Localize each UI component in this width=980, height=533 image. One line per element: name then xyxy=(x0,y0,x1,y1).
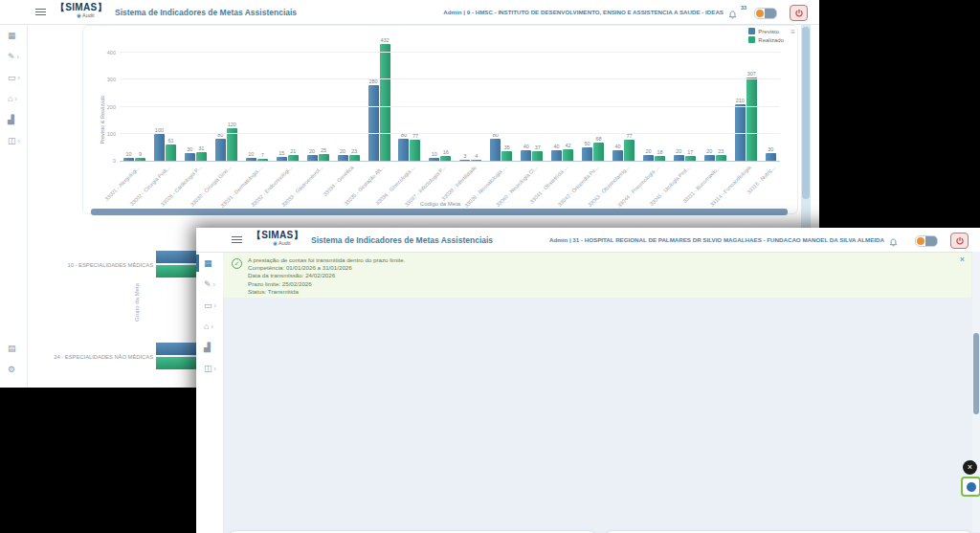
bar-value-label: 16 xyxy=(443,149,449,155)
theme-toggle[interactable] xyxy=(754,8,777,19)
bar-value-label: 20 xyxy=(309,148,315,154)
bell-icon[interactable] xyxy=(728,7,737,24)
bar-previsto[interactable]: 100 xyxy=(154,134,165,161)
metas-chart-legend: PrevistoRealizado xyxy=(748,28,784,45)
legend-swatch xyxy=(748,36,755,43)
bar-previsto[interactable]: 50 xyxy=(582,147,592,161)
metas-bars: 10933001 - Alergologi...1006133002 - Cir… xyxy=(123,39,776,161)
bar-pair: 407733043 - Otorrinolaring... xyxy=(612,39,635,161)
banner-line: Prazo limite: 25/02/2026 xyxy=(248,280,405,288)
dashboard-icon: ▦ xyxy=(204,259,212,268)
gridline xyxy=(120,52,780,53)
legend-item[interactable]: Previsto xyxy=(748,28,784,34)
bar-value-label: 25 xyxy=(321,147,326,153)
banner-line: Data da transmissão: 24/02/2026 xyxy=(248,272,405,279)
sidebar-item-institution[interactable]: ⌂› xyxy=(196,316,223,337)
sidebar-item-dashboard[interactable]: ▦ xyxy=(196,253,223,274)
simas-logo: 【SIMAS】 ◉ Audit xyxy=(252,231,303,247)
sidebar-item-charts[interactable]: ▟ xyxy=(0,109,27,130)
chevron-right-icon: › xyxy=(18,138,20,144)
bar-pair: 1006133002 - Cirurgia Pedi... xyxy=(154,39,176,161)
chevron-right-icon: › xyxy=(17,54,19,60)
bar-value-label: 42 xyxy=(566,143,571,148)
bar-pair: 21030733114 - Fonoaudiologia xyxy=(735,39,757,161)
toggle-knob xyxy=(917,237,924,245)
back-sidebar: ▦✎›▭›⌂›▟◫›▤⚙ xyxy=(0,25,28,388)
bar-value-label: 61 xyxy=(167,138,173,144)
sidebar-item-charts[interactable]: ▟ xyxy=(196,337,223,358)
hamburger-menu-icon[interactable] xyxy=(35,9,46,16)
legend-item[interactable]: Realizado xyxy=(748,36,784,43)
bell-icon[interactable] xyxy=(889,234,898,252)
bar-value-label: 20 xyxy=(645,148,651,154)
chart-context-menu-icon[interactable]: ≡ xyxy=(791,28,795,36)
notification-badge: 33 xyxy=(741,5,746,11)
theme-toggle[interactable] xyxy=(915,235,938,247)
scrollbar-thumb[interactable] xyxy=(973,333,979,414)
bar-value-label: 37 xyxy=(535,144,541,150)
bar-value-label: 120 xyxy=(228,122,236,127)
bar-realizado[interactable]: 68 xyxy=(593,143,604,161)
bar-previsto[interactable]: 80 xyxy=(490,139,501,161)
bar-value-label: 18 xyxy=(657,149,662,155)
bar-realizado[interactable]: 307 xyxy=(746,78,757,161)
sidebar-item-monitor[interactable]: ▭› xyxy=(196,295,223,316)
front-header: 【SIMAS】 ◉ Audit Sistema de Indicadores d… xyxy=(196,228,980,253)
bar-pair: 807733036 - Ginecologia ... xyxy=(398,39,420,161)
bar-pair: 303133026 - Cardiologia P... xyxy=(185,39,207,161)
chevron-right-icon: › xyxy=(18,75,20,81)
gridline xyxy=(120,133,780,134)
charts-icon: ▟ xyxy=(204,344,211,352)
simas-logo: 【SIMAS】 ◉ Audit xyxy=(56,3,107,19)
bar-value-label: 30 xyxy=(768,146,773,152)
bar-realizado[interactable]: 77 xyxy=(624,140,635,161)
metas-x-axis-title: Código da Meta xyxy=(83,201,797,207)
bar-previsto[interactable]: 80 xyxy=(398,139,409,161)
scrollbar-thumb[interactable] xyxy=(802,27,810,199)
y-tick-label: 400 xyxy=(107,50,116,56)
bar-previsto[interactable]: 280 xyxy=(368,85,379,161)
sidebar-item-institution[interactable]: ⌂› xyxy=(0,88,27,109)
transmission-status-banner: ✓ A prestação de contas foi transmitida … xyxy=(223,253,971,298)
hamburger-menu-icon[interactable] xyxy=(232,236,242,244)
sidebar-item-cards[interactable]: ◫› xyxy=(0,130,27,151)
banner-close-icon[interactable]: × xyxy=(960,255,965,264)
metas-plot-area: 10933001 - Alergologi...1006133002 - Cir… xyxy=(120,39,780,162)
sidebar-item-cards[interactable]: ◫› xyxy=(196,358,223,379)
banner-text: A prestação de contas foi transmitida de… xyxy=(248,256,405,296)
page-title: Sistema de Indicadores de Metas Assisten… xyxy=(311,235,493,245)
y-tick-label: 100 xyxy=(107,131,116,137)
logout-power-button[interactable] xyxy=(790,5,808,21)
user-context-label: Admin | 31 - HOSPITAL REGIONAL DE PALMAR… xyxy=(549,236,884,243)
metas-chart-card: ≡ PrevistoRealizado Previsto & Realizado… xyxy=(82,25,798,214)
accessibility-icon xyxy=(967,482,976,492)
chevron-right-icon: › xyxy=(211,323,212,330)
bar-pair: 3433038 - Infertilidade xyxy=(459,39,481,161)
bar-pair: 403733040 - Neurologia Cl... xyxy=(521,39,543,161)
logout-power-button[interactable] xyxy=(950,233,969,249)
metas-horizontal-scrollbar[interactable] xyxy=(91,209,788,215)
bar-value-label: 77 xyxy=(412,133,418,139)
brand-text: SIMAS xyxy=(261,230,293,240)
monitor-icon: ▭ xyxy=(204,301,212,310)
accessibility-widget-button[interactable] xyxy=(961,477,980,497)
sidebar-item-building[interactable]: ▤ xyxy=(0,338,27,359)
bar-realizado[interactable]: 61 xyxy=(166,144,176,161)
bar-value-label: 4 xyxy=(475,153,478,159)
sidebar-item-settings[interactable]: ⚙ xyxy=(0,359,27,380)
sidebar-item-monitor[interactable]: ▭› xyxy=(0,67,27,88)
sidebar-item-audit[interactable]: ✎› xyxy=(196,274,223,295)
bar-realizado[interactable]: 432 xyxy=(380,44,390,161)
bar-value-label: 10 xyxy=(432,151,437,157)
bar-previsto[interactable]: 80 xyxy=(215,139,226,161)
sidebar-item-dashboard[interactable]: ▦ xyxy=(0,25,27,46)
bar-value-label: 10 xyxy=(125,151,131,157)
bar-value-label: 40 xyxy=(523,144,529,149)
bar-pair: 506833042 - Ortopedia Pe... xyxy=(582,39,604,161)
x-category-label: 33034 - Genética xyxy=(323,165,355,197)
sidebar-item-audit[interactable]: ✎› xyxy=(0,46,27,67)
back-header: 【SIMAS】 ◉ Audit Sistema de Indicadores d… xyxy=(0,0,819,25)
monitor-icon: ▭ xyxy=(8,74,16,82)
widget-close-button[interactable]: × xyxy=(963,460,977,475)
bar-realizado[interactable]: 77 xyxy=(410,140,420,161)
